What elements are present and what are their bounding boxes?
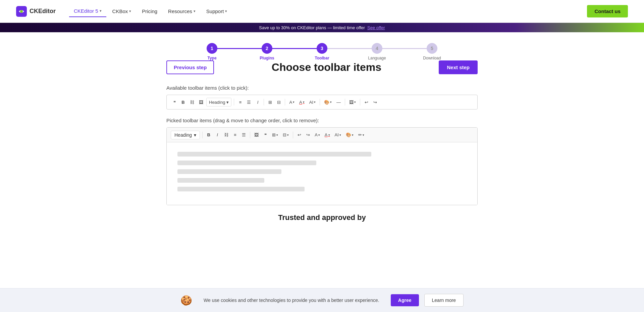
stepper: 1 Type 2 Plugins 3 Toolbar 4 L [184,43,460,60]
tb-blockquote-picked[interactable]: ❝ [262,131,269,139]
chevron-down-icon: ▾ [225,9,227,13]
tb-bold-picked[interactable]: B [205,131,212,139]
available-toolbar: ❝ B ⛓ 🖼 Heading ▾ ≡ ☰ I ⊞ ⊟ A▾ A▾ AI▾ 🎨▾… [166,95,478,109]
preview-line-2 [177,161,316,165]
nav-links: CKEditor 5 ▾ CKBox ▾ Pricing Resources ▾… [69,5,587,17]
chevron-down-icon: ▾ [100,9,102,13]
tb-bulletlist-picked[interactable]: ≡ [231,131,239,139]
preview-line-5 [177,187,305,191]
nav-item-ckbox[interactable]: CKBox ▾ [108,6,136,17]
svg-point-1 [20,10,23,13]
nav-item-pricing[interactable]: Pricing [137,6,162,17]
nav-label-support: Support [206,8,224,14]
tb-link-picked[interactable]: ⛓ [222,131,230,139]
banner-link[interactable]: See offer [367,25,385,30]
tb-separator-4 [320,99,320,105]
tb-link[interactable]: ⛓ [188,98,196,106]
tb-image2[interactable]: 🖼▾ [347,98,358,106]
tb-undo-picked[interactable]: ↩ [296,131,303,139]
chevron-down-icon: ▾ [129,9,131,13]
picked-toolbar-bar: Heading ▾ B I ⛓ ≡ ☰ 🖼 ❝ ⊞▾ ⊟▾ ↩ ↪ A▾ A▾ … [167,128,477,142]
tb-indent[interactable]: ⊞ [266,98,274,106]
preview-line-3 [177,169,281,174]
step-2: 2 Plugins [239,43,294,60]
step-circle-5[interactable]: 5 [427,43,437,54]
chevron-icon: ▾ [226,100,229,105]
step-5: 5 Download [405,43,460,60]
picked-toolbar-wrapper: Heading ▾ B I ⛓ ≡ ☰ 🖼 ❝ ⊞▾ ⊟▾ ↩ ↪ A▾ A▾ … [166,127,478,205]
ckeditor-logo-icon [16,6,27,17]
contact-us-button[interactable]: Contact us [587,5,628,17]
nav-item-ckeditor5[interactable]: CKEditor 5 ▾ [69,5,106,17]
tb-blockquote[interactable]: ❝ [171,98,178,106]
logo[interactable]: CKEditor [16,6,56,17]
tb-ai-picked[interactable]: AI▾ [333,131,343,139]
step-4: 4 Language [350,43,405,60]
main-content: 1 Type 2 Plugins 3 Toolbar 4 L [161,32,483,242]
tb-redo[interactable]: ↪ [371,98,379,106]
tb-highlight-picked[interactable]: 🎨▾ [344,131,355,139]
tb-bulletlist[interactable]: ≡ [236,98,244,106]
tb-image-picked[interactable]: 🖼 [253,131,260,139]
banner-text: Save up to 30% on CKEditor plans — limit… [259,25,385,30]
tb-bold[interactable]: B [179,98,187,106]
preview-line-1 [177,152,371,157]
tb-sep-p1 [202,132,203,138]
nav-label-pricing: Pricing [142,8,157,14]
tb-numberedlist[interactable]: ☰ [245,98,253,106]
logo-text: CKEditor [30,8,56,15]
tb-outdent[interactable]: ⊟ [275,98,282,106]
step-circle-3[interactable]: 3 [317,43,327,54]
preview-line-4 [177,178,264,183]
step-circle-1[interactable]: 1 [207,43,217,54]
tb-italic[interactable]: I [254,98,261,106]
step-label-5: Download [423,56,441,60]
chevron-icon: ▾ [194,132,196,138]
tb-sep-p3 [293,132,293,138]
tb-strikethrough-picked[interactable]: ✏▾ [357,131,366,139]
step-label-2: Plugins [260,56,274,60]
tb-highlight[interactable]: 🎨▾ [322,98,333,106]
tb-separator-3 [285,99,285,105]
nav-label-resources: Resources [168,8,192,14]
step-1: 1 Type [184,43,239,60]
tb-fontcolor[interactable]: A▾ [298,98,306,106]
trusted-heading: Trusted and approved by [166,213,478,222]
step-label-1: Type [207,56,216,60]
previous-step-button[interactable]: Previous step [166,60,214,74]
step-circle-2[interactable]: 2 [262,43,272,54]
top-banner: Save up to 30% on CKEditor plans — limit… [0,23,644,32]
tb-separator-1 [234,99,234,105]
nav-item-support[interactable]: Support ▾ [202,6,232,17]
tb-fontsize[interactable]: A▾ [287,98,296,106]
step-3: 3 Toolbar [294,43,350,60]
tb-table-picked[interactable]: ⊞▾ [270,131,280,139]
heading-dropdown-picked[interactable]: Heading ▾ [171,131,200,139]
editor-preview [167,142,477,205]
tb-sep-p2 [250,132,250,138]
tb-numberedlist-picked[interactable]: ☰ [240,131,248,139]
tb-separator-2 [264,99,264,105]
page-title: Choose toolbar items [214,61,439,74]
tb-image[interactable]: 🖼 [197,98,205,106]
next-step-button[interactable]: Next step [439,60,478,74]
step-label-4: Language [368,56,386,60]
tb-fontcolor-picked[interactable]: A▾ [323,131,332,139]
step-circle-4[interactable]: 4 [372,43,382,54]
tb-hr[interactable]: — [335,98,342,106]
page-header: Previous step Choose toolbar items Next … [166,60,478,74]
available-toolbar-label: Available toolbar items (click to pick): [166,85,478,91]
tb-redo-picked[interactable]: ↪ [304,131,312,139]
tb-media-picked[interactable]: ⊟▾ [281,131,290,139]
tb-separator-5 [345,99,345,105]
nav-label-ckbox: CKBox [112,8,128,14]
picked-toolbar-label: Picked toolbar items (drag & move to cha… [166,118,478,123]
nav-item-resources[interactable]: Resources ▾ [163,6,200,17]
chevron-down-icon: ▾ [194,9,196,13]
tb-undo[interactable]: ↩ [363,98,370,106]
tb-separator-6 [360,99,360,105]
tb-ai[interactable]: AI▾ [308,98,317,106]
tb-heading-dropdown[interactable]: Heading ▾ [206,98,231,106]
tb-fontsize-picked[interactable]: A▾ [313,131,322,139]
tb-italic-picked[interactable]: I [214,131,221,139]
